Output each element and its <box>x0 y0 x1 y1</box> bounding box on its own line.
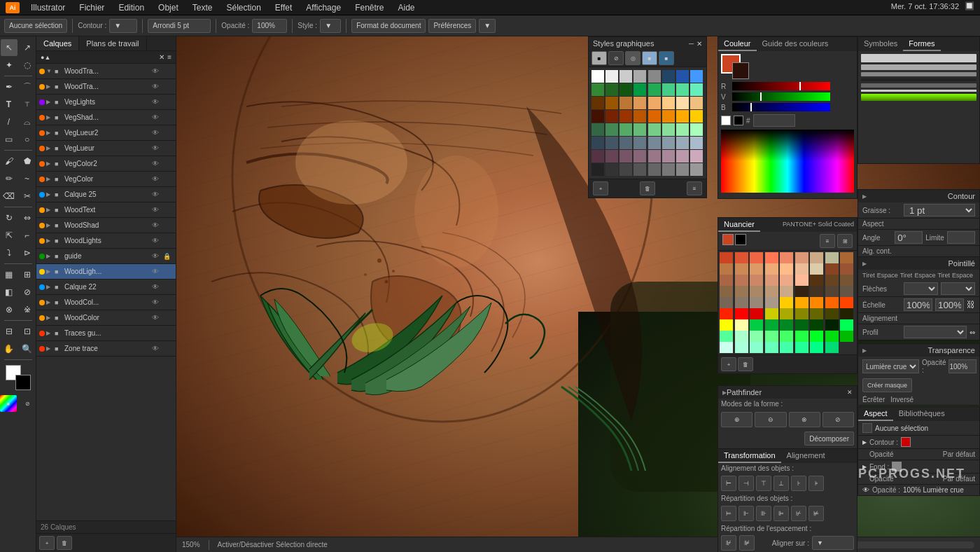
layer-expand-arrow[interactable]: ▶ <box>46 130 53 136</box>
graphic-style-swatch[interactable] <box>662 150 675 163</box>
angle-input[interactable] <box>895 231 923 244</box>
layer-expand-arrow[interactable]: ▶ <box>46 330 53 336</box>
graphic-style-swatch[interactable] <box>648 163 661 176</box>
layer-visibility-toggle[interactable]: 👁 <box>152 83 162 90</box>
tool-lasso[interactable]: ◌ <box>19 57 36 74</box>
nuancier-color-swatch[interactable] <box>825 275 839 286</box>
graphic-style-swatch[interactable] <box>620 97 632 109</box>
nuancier-color-swatch[interactable] <box>765 308 778 319</box>
nuancier-color-swatch[interactable] <box>780 275 793 286</box>
contour-panel-header[interactable]: ▶ Contour <box>858 190 979 202</box>
graphic-style-swatch[interactable] <box>634 83 646 96</box>
graphic-style-swatch[interactable] <box>662 70 675 83</box>
graphic-style-swatch[interactable] <box>606 150 618 163</box>
color-bg-swatch[interactable] <box>732 62 749 79</box>
graphic-style-swatch[interactable] <box>606 70 618 83</box>
nuancier-color-swatch[interactable] <box>840 319 853 331</box>
pf-intersect[interactable]: ⊗ <box>789 412 820 427</box>
layer-item[interactable]: ▶ ■ VegShad... 👁 <box>36 110 176 125</box>
nuancier-color-swatch[interactable] <box>825 297 839 308</box>
layer-visibility-toggle[interactable]: 👁 <box>152 113 162 121</box>
layer-visibility-toggle[interactable]: 👁 <box>152 129 162 137</box>
graphic-style-swatch[interactable] <box>676 163 689 176</box>
nuancier-color-swatch[interactable] <box>750 331 763 342</box>
layer-item[interactable]: ▶ ■ guide 👁 🔒 <box>36 249 176 264</box>
align-right[interactable]: ⊤ <box>756 476 771 491</box>
color-btn[interactable]: ■ <box>0 395 17 412</box>
pf-minus-front[interactable]: ⊖ <box>755 412 786 427</box>
nuancier-color-swatch[interactable] <box>735 252 748 263</box>
color-guide-tab[interactable]: Guide des couleurs <box>757 37 834 51</box>
contour-color-btn[interactable]: ▼ <box>109 19 137 33</box>
nuancier-color-swatch[interactable] <box>735 319 748 331</box>
create-mask-btn[interactable]: Créer masque <box>862 378 912 392</box>
graphic-style-swatch[interactable] <box>620 163 632 176</box>
tool-eraser[interactable]: ⌫ <box>1 188 18 205</box>
tool-slice[interactable]: ⊡ <box>19 323 36 340</box>
nuancier-delete[interactable]: 🗑 <box>738 357 753 371</box>
nuancier-color-swatch[interactable] <box>810 319 823 331</box>
nuancier-color-swatch[interactable] <box>780 252 793 263</box>
nuancier-color-bg[interactable] <box>735 234 746 245</box>
tool-scale[interactable]: ⇱ <box>1 227 18 244</box>
menu-effet[interactable]: Effet <box>272 1 295 14</box>
nuancier-color-swatch[interactable] <box>780 286 793 297</box>
nuancier-color-swatch[interactable] <box>795 331 808 342</box>
layer-visibility-toggle[interactable]: 👁 <box>152 268 162 275</box>
graphic-style-swatch[interactable] <box>606 123 618 136</box>
nuancier-view-grid[interactable]: ⊞ <box>837 234 853 248</box>
graphic-style-swatch[interactable] <box>676 83 689 96</box>
transparency-header[interactable]: ▶ Transparence <box>858 344 979 357</box>
nuancier-color-fg[interactable] <box>722 234 734 245</box>
layer-item[interactable]: ▶ ■ VegColor 👁 <box>36 172 176 187</box>
tool-symbol[interactable]: ※ <box>19 301 36 318</box>
nuancier-color-swatch[interactable] <box>810 342 823 353</box>
tool-pencil[interactable]: ✏ <box>1 170 18 187</box>
graphic-style-swatch[interactable] <box>592 83 604 96</box>
nuancier-color-swatch[interactable] <box>795 275 808 286</box>
tool-gradient[interactable]: ◧ <box>1 284 18 301</box>
graphic-style-swatch[interactable] <box>592 150 604 163</box>
extra-options-btn[interactable]: ▼ <box>479 19 496 33</box>
swatches-close[interactable]: ✕ <box>696 40 702 48</box>
nuancier-color-swatch[interactable] <box>840 275 853 286</box>
fleches-end[interactable] <box>941 282 975 295</box>
nuancier-color-swatch[interactable] <box>750 263 763 275</box>
menu-selection[interactable]: Sélection <box>223 1 263 14</box>
nuancier-color-swatch[interactable] <box>780 297 793 308</box>
tool-blob[interactable]: ⬟ <box>19 153 36 170</box>
graphic-style-swatch[interactable] <box>648 70 661 83</box>
layer-item[interactable]: ▶ ■ WoodShad 👁 <box>36 218 176 233</box>
align-center-v[interactable]: ⊦ <box>791 476 806 491</box>
opacite-input[interactable]: 100% <box>252 19 287 33</box>
graphic-style-swatch[interactable] <box>620 123 632 136</box>
graphic-style-swatch[interactable] <box>690 70 703 83</box>
r-slider[interactable] <box>732 82 830 90</box>
nuancier-view-list[interactable]: ≡ <box>820 234 835 248</box>
echelle-link[interactable]: ⛓ <box>967 300 975 310</box>
tool-brush[interactable]: 🖌 <box>1 153 18 170</box>
layer-item[interactable]: ▶ ■ Calque 25 👁 <box>36 187 176 202</box>
nuancier-color-swatch[interactable] <box>765 252 778 263</box>
layer-expand-arrow[interactable]: ▶ <box>46 176 53 182</box>
layer-visibility-toggle[interactable]: 👁 <box>152 283 162 291</box>
menu-illustrator[interactable]: Illustrator <box>28 1 68 14</box>
swatch-type-3[interactable]: ■ <box>659 51 674 65</box>
libraries-tab[interactable]: Bibliothèques <box>893 407 951 421</box>
tool-hand[interactable]: ✋ <box>1 340 18 357</box>
nuancier-color-swatch[interactable] <box>720 275 733 286</box>
tool-eyedropper[interactable]: ⊘ <box>19 284 36 301</box>
align-top[interactable]: ⊥ <box>774 476 789 491</box>
layer-expand-arrow[interactable]: ▶ <box>46 207 53 213</box>
graphic-style-swatch[interactable] <box>662 163 675 176</box>
tool-blend[interactable]: ⊗ <box>1 301 18 318</box>
graphic-style-swatch[interactable] <box>634 123 646 136</box>
menu-objet[interactable]: Objet <box>155 1 181 14</box>
nuancier-color-swatch[interactable] <box>810 308 823 319</box>
format-document-btn[interactable]: Format de document <box>351 19 426 33</box>
graphic-style-swatch[interactable] <box>676 150 689 163</box>
graphic-style-swatch[interactable] <box>592 123 604 136</box>
align-left[interactable]: ⊢ <box>721 476 736 491</box>
none-btn[interactable]: ⊘ <box>20 395 36 412</box>
graphic-style-swatch[interactable] <box>690 150 703 163</box>
